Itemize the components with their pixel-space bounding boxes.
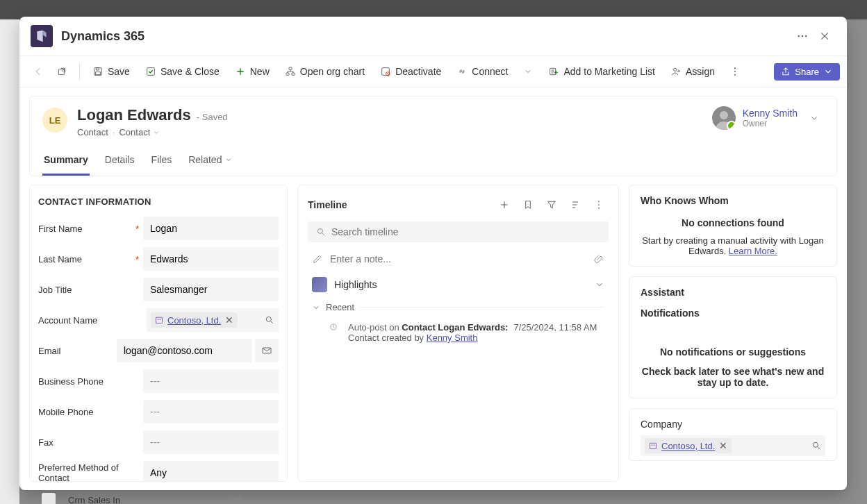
svg-point-27 — [317, 228, 322, 233]
company-remove-icon[interactable]: ✕ — [719, 440, 727, 451]
svg-point-15 — [734, 67, 736, 69]
back-button[interactable] — [26, 60, 50, 83]
tab-summary[interactable]: Summary — [42, 149, 90, 176]
timeline-sort-button[interactable] — [565, 195, 585, 215]
svg-point-24 — [598, 201, 600, 202]
first-name-input[interactable] — [143, 217, 279, 240]
record-tabs: Summary Details Files Related — [42, 149, 824, 176]
account-remove-icon[interactable]: ✕ — [225, 314, 233, 326]
timeline-highlights[interactable]: Highlights — [308, 270, 609, 298]
more-options-button[interactable] — [791, 25, 814, 47]
svg-rect-5 — [96, 68, 99, 70]
autopost-icon — [329, 322, 341, 343]
timeline-title: Timeline — [308, 199, 347, 210]
assistant-title: Assistant — [641, 287, 825, 298]
svg-rect-10 — [292, 73, 295, 75]
company-chip[interactable]: Contoso, Ltd. ✕ — [645, 438, 732, 453]
share-button[interactable]: Share — [774, 63, 840, 81]
fax-input[interactable] — [143, 430, 279, 454]
overflow-button[interactable] — [723, 60, 747, 83]
email-input[interactable] — [117, 339, 252, 362]
svg-rect-23 — [263, 348, 271, 353]
modal-header: Dynamics 365 — [19, 17, 847, 56]
timeline-note-input[interactable] — [330, 253, 586, 264]
deactivate-label: Deactivate — [395, 66, 441, 77]
contact-info-title: CONTACT INFORMATION — [38, 196, 279, 207]
fax-label: Fax — [38, 437, 143, 448]
record-avatar: LE — [42, 108, 67, 133]
svg-rect-9 — [286, 73, 289, 75]
record-header-card: LE Logan Edwards - Saved Contact · Conta… — [29, 96, 837, 176]
share-label: Share — [795, 67, 819, 77]
preferred-method-input[interactable] — [143, 461, 279, 482]
pencil-icon — [312, 253, 323, 264]
last-name-label: Last Name* — [38, 254, 143, 264]
owner-avatar — [712, 106, 736, 130]
new-button[interactable]: New — [228, 62, 276, 81]
entity-label: Contact — [77, 127, 108, 137]
timeline-recent-header[interactable]: Recent — [308, 298, 609, 317]
dynamics-modal: Dynamics 365 Save Save & Close — [19, 17, 847, 490]
last-name-input[interactable] — [143, 247, 279, 271]
timeline-item-author-link[interactable]: Kenny Smith — [427, 333, 478, 343]
account-chip[interactable]: Contoso, Ltd. ✕ — [151, 312, 238, 328]
job-title-label: Job Title — [38, 285, 143, 295]
timeline-filter-button[interactable] — [542, 195, 561, 215]
save-button[interactable]: Save — [85, 62, 137, 81]
job-title-input[interactable] — [143, 278, 279, 301]
assign-button[interactable]: Assign — [663, 62, 722, 81]
new-label: New — [250, 66, 270, 77]
business-phone-input[interactable] — [143, 369, 279, 393]
timeline-search-input[interactable] — [331, 226, 600, 237]
svg-point-26 — [598, 208, 600, 209]
form-switcher[interactable]: Contact — [119, 127, 160, 137]
svg-point-22 — [266, 317, 271, 321]
backdrop-list-item: Crm Sales In 3/1 — [42, 493, 242, 504]
chevron-down-icon — [595, 280, 604, 289]
svg-rect-7 — [147, 68, 155, 76]
mobile-phone-input[interactable] — [143, 400, 279, 423]
record-body: CONTACT INFORMATION First Name* Last Nam… — [19, 176, 847, 490]
assistant-notifications-card: Assistant Notifications No notifications… — [629, 276, 837, 398]
notifications-empty-sub: Check back later to see what's new and s… — [641, 366, 825, 388]
attach-icon[interactable] — [593, 253, 604, 264]
add-marketing-label: Add to Marketing List — [563, 66, 655, 77]
record-title: Logan Edwards — [77, 106, 191, 124]
open-org-chart-label: Open org chart — [300, 66, 365, 77]
who-empty-head: No connections found — [641, 217, 825, 228]
save-close-button[interactable]: Save & Close — [138, 62, 226, 81]
close-button[interactable] — [814, 25, 836, 47]
notifications-empty-head: No notifications or suggestions — [641, 346, 825, 358]
owner-name[interactable]: Kenny Smith — [743, 108, 798, 119]
save-label: Save — [108, 66, 130, 77]
tab-related[interactable]: Related — [187, 149, 234, 176]
popout-button[interactable] — [50, 60, 74, 83]
timeline-bookmark-button[interactable] — [518, 195, 538, 215]
company-search-icon[interactable] — [811, 441, 821, 451]
add-marketing-button[interactable]: Add to Marketing List — [541, 62, 662, 81]
timeline-item[interactable]: Auto-post on Contact Logan Edwards:7/25/… — [308, 317, 609, 347]
tab-files[interactable]: Files — [150, 149, 174, 176]
email-action-button[interactable] — [255, 339, 279, 362]
timeline-search[interactable] — [308, 221, 609, 242]
account-lookup[interactable]: Contoso, Ltd. ✕ — [147, 308, 279, 332]
svg-rect-30 — [652, 445, 653, 446]
owner-chevron-button[interactable] — [804, 108, 824, 128]
who-learn-more-link[interactable]: Learn More. — [729, 246, 777, 256]
who-knows-whom-card: Who Knows Whom No connections found Star… — [629, 185, 837, 267]
company-card: Company Contoso, Ltd. ✕ — [629, 408, 837, 461]
timeline-more-button[interactable] — [589, 195, 609, 215]
svg-rect-6 — [96, 72, 101, 75]
assign-label: Assign — [686, 66, 715, 77]
connect-button[interactable]: Connect — [449, 62, 515, 81]
timeline-add-button[interactable] — [495, 195, 514, 215]
connect-more-button[interactable] — [516, 60, 540, 83]
deactivate-button[interactable]: Deactivate — [373, 62, 448, 81]
company-lookup[interactable]: Contoso, Ltd. ✕ — [641, 435, 825, 456]
tab-details[interactable]: Details — [104, 149, 136, 176]
account-search-icon[interactable] — [265, 315, 274, 325]
open-org-chart-button[interactable]: Open org chart — [278, 62, 372, 81]
email-label: Email — [38, 346, 117, 356]
notifications-title: Notifications — [641, 308, 825, 319]
svg-point-18 — [720, 111, 728, 119]
